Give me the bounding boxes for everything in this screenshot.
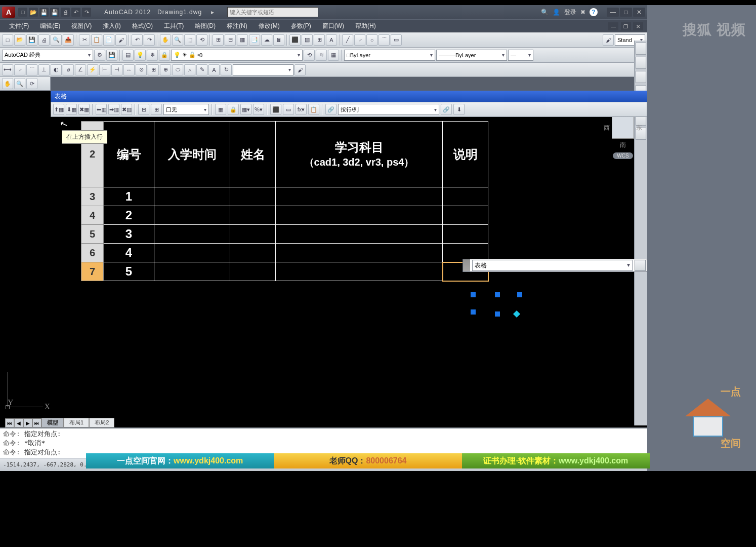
palette-btn[interactable] xyxy=(636,43,646,55)
col-header-note[interactable]: 说明 xyxy=(443,122,488,187)
mtext-icon[interactable]: A xyxy=(326,34,337,46)
delete-col-icon[interactable]: ✖▥ xyxy=(121,104,132,115)
line-icon[interactable]: ╱ xyxy=(342,34,353,46)
cell-percent-icon[interactable]: %▾ xyxy=(253,104,264,115)
table-cell[interactable] xyxy=(154,262,230,281)
cell-formula-icon[interactable]: fx▾ xyxy=(296,104,307,115)
workspace-selector[interactable]: AutoCAD 经典 xyxy=(2,50,93,61)
menu-help[interactable]: 帮助(H) xyxy=(350,20,381,32)
row-header[interactable]: 3 xyxy=(81,187,104,206)
table-cell[interactable] xyxy=(230,262,276,281)
dim-diameter-icon[interactable]: ⌀ xyxy=(63,64,74,75)
table-cell[interactable] xyxy=(443,225,488,244)
markup-icon[interactable]: ☁ xyxy=(261,34,272,46)
layer-on-icon[interactable]: 💡 xyxy=(135,50,146,61)
layer-manager-icon[interactable]: ▤ xyxy=(122,50,134,61)
col-header-date[interactable]: 入学时间 xyxy=(154,122,230,187)
table-cell[interactable]: 5 xyxy=(104,262,154,281)
quickcalc-icon[interactable]: 🖩 xyxy=(273,34,284,46)
layer-selector[interactable]: 💡 ☀ 🔓 ▫ 0 xyxy=(171,50,303,61)
dim-ordinate-icon[interactable]: ⊥ xyxy=(38,64,50,75)
layer-state-icon[interactable]: ≋ xyxy=(316,50,327,61)
menu-view[interactable]: 视图(V) xyxy=(66,20,97,32)
cell-field-icon[interactable]: ▭ xyxy=(283,104,294,115)
col-header-subject[interactable]: 学习科目 （cad1, 3d2, vr3, ps4） xyxy=(276,122,443,187)
qat-save-icon[interactable]: 💾 xyxy=(39,8,49,17)
viewcube-east[interactable]: 东 xyxy=(636,124,642,132)
menu-file[interactable]: 文件(F) xyxy=(4,20,34,32)
cell-manage-icon[interactable]: 📋 xyxy=(308,104,319,115)
col-header-id[interactable]: 编号 xyxy=(104,122,154,187)
close-button[interactable]: ✕ xyxy=(633,8,645,17)
dim-baseline-icon[interactable]: ⊢ xyxy=(99,64,110,75)
zoom-window-icon[interactable]: ⬚ xyxy=(184,34,195,46)
insert-col-left-icon[interactable]: ⬅▥ xyxy=(96,104,107,115)
table-cell[interactable] xyxy=(154,244,230,262)
table-cell[interactable]: 2 xyxy=(104,206,154,225)
menu-edit[interactable]: 编辑(E) xyxy=(35,20,65,32)
block-icon[interactable]: ⬛ xyxy=(289,34,301,46)
cell-align-icon[interactable]: ▦ xyxy=(215,104,226,115)
selection-grip[interactable] xyxy=(471,292,476,297)
dim-radius-icon[interactable]: ◐ xyxy=(51,64,62,75)
layer-lock-icon[interactable]: 🔒 xyxy=(159,50,170,61)
dim-space-icon[interactable]: ↔ xyxy=(123,64,135,75)
table-cell[interactable] xyxy=(443,206,488,225)
preview-icon[interactable]: 🔍 xyxy=(51,34,62,46)
color-selector[interactable]: □ ByLayer xyxy=(344,50,435,61)
panel-grip[interactable] xyxy=(463,259,470,271)
tool-palettes-icon[interactable]: ▦ xyxy=(237,34,248,46)
layer-previous-icon[interactable]: ⟲ xyxy=(304,50,315,61)
cell-format-icon[interactable]: ▦▾ xyxy=(240,104,251,115)
tab-first-icon[interactable]: ⏮ xyxy=(5,418,14,427)
zoom-previous-icon[interactable]: ⟲ xyxy=(196,34,207,46)
table-locate-selector[interactable]: 按行/列 xyxy=(338,104,439,115)
col-header-name[interactable]: 姓名 xyxy=(230,122,276,187)
row-header[interactable]: 5 xyxy=(81,225,104,244)
qat-plot-icon[interactable]: 🖨 xyxy=(61,8,70,17)
orbit-icon[interactable]: ⟳ xyxy=(26,78,37,89)
table-cell[interactable] xyxy=(276,244,443,262)
publish-icon[interactable]: 📤 xyxy=(63,34,74,46)
cell-lock-icon[interactable]: 🔒 xyxy=(228,104,239,115)
palette-btn[interactable] xyxy=(636,57,646,69)
menu-tools[interactable]: 工具(T) xyxy=(159,20,189,32)
table-link-data-icon[interactable]: 🔗 xyxy=(441,104,452,115)
tab-last-icon[interactable]: ⏭ xyxy=(32,418,41,427)
qat-open-icon[interactable]: 📂 xyxy=(29,8,38,17)
doc-restore-button[interactable]: ❐ xyxy=(621,22,631,30)
insert-col-right-icon[interactable]: ➡▥ xyxy=(108,104,119,115)
pan-realtime-icon[interactable]: ✋ xyxy=(2,78,13,89)
dim-continue-icon[interactable]: ⊣ xyxy=(111,64,122,75)
selection-grip[interactable] xyxy=(495,292,500,297)
table-icon[interactable]: ⊞ xyxy=(314,34,325,46)
object-type-selector[interactable]: 表格 xyxy=(472,260,633,271)
new-icon[interactable]: □ xyxy=(2,34,13,46)
signin-label[interactable]: 登录 xyxy=(564,8,576,17)
redo-icon[interactable]: ↷ xyxy=(144,34,155,46)
tab-model[interactable]: 模型 xyxy=(41,418,64,427)
arc-icon[interactable]: ⌒ xyxy=(379,34,390,46)
menu-window[interactable]: 窗口(W) xyxy=(317,20,349,32)
tab-next-icon[interactable]: ▶ xyxy=(23,418,32,427)
cell-border-selector[interactable]: 口无 xyxy=(163,104,209,115)
dim-style-selector[interactable] xyxy=(233,64,293,75)
help-icon[interactable]: ? xyxy=(590,8,598,16)
viewcube-south[interactable]: 南 xyxy=(604,141,642,149)
table-cell[interactable]: 1 xyxy=(104,187,154,206)
dim-linear-icon[interactable]: ⟷ xyxy=(2,64,13,75)
layer-freeze-icon[interactable]: ❄ xyxy=(147,50,158,61)
save-icon[interactable]: 💾 xyxy=(26,34,37,46)
viewcube-wcs[interactable]: WCS xyxy=(613,152,633,159)
linetype-selector[interactable]: ——— ByLayer xyxy=(436,50,507,61)
doc-minimize-button[interactable]: — xyxy=(608,22,618,30)
undo-icon[interactable]: ↶ xyxy=(132,34,143,46)
design-center-icon[interactable]: ⊟ xyxy=(225,34,236,46)
palette-btn[interactable] xyxy=(636,71,646,83)
tolerance-icon[interactable]: ⊞ xyxy=(148,64,159,75)
selection-grip-diamond[interactable] xyxy=(513,310,520,318)
table-cell[interactable] xyxy=(443,187,488,206)
table-cell[interactable]: 4 xyxy=(104,244,154,262)
rectangle-icon[interactable]: ▭ xyxy=(391,34,402,46)
copy-icon[interactable]: 📋 xyxy=(91,34,102,46)
